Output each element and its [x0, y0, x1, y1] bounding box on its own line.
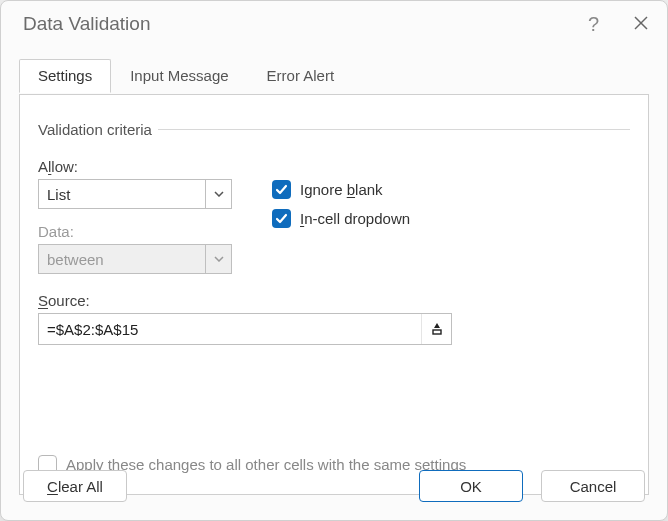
tab-settings-label: Settings — [38, 67, 92, 84]
in-cell-dropdown-checkbox[interactable]: In-cell dropdown — [272, 209, 410, 228]
dialog-title: Data Validation — [23, 13, 150, 35]
cancel-button[interactable]: Cancel — [541, 470, 645, 502]
validation-criteria-label: Validation criteria — [32, 121, 158, 138]
ignore-blank-checkbox[interactable]: Ignore blank — [272, 180, 410, 199]
allow-label: Allow: — [38, 158, 248, 175]
collapse-dialog-button[interactable] — [421, 314, 451, 344]
in-cell-dropdown-label: In-cell dropdown — [300, 210, 410, 227]
svg-marker-3 — [434, 323, 440, 328]
tab-settings[interactable]: Settings — [19, 59, 111, 93]
allow-dropdown-button[interactable] — [205, 180, 231, 208]
ok-button[interactable]: OK — [419, 470, 523, 502]
close-icon[interactable] — [633, 14, 649, 34]
range-select-icon — [430, 322, 444, 336]
chevron-down-icon — [214, 256, 224, 262]
tab-strip: Settings Input Message Error Alert — [19, 59, 649, 95]
tab-input-message-label: Input Message — [130, 67, 228, 84]
data-dropdown-button — [205, 245, 231, 273]
allow-value: List — [39, 180, 205, 208]
settings-panel: Validation criteria Allow: List Data: — [19, 95, 649, 495]
ok-label: OK — [460, 478, 482, 495]
tab-error-alert-label: Error Alert — [267, 67, 335, 84]
validation-criteria-group: Validation criteria Allow: List Data: — [38, 121, 630, 345]
data-dropdown: between — [38, 244, 232, 274]
titlebar: Data Validation ? — [1, 1, 667, 47]
checkbox-checked-icon — [272, 209, 291, 228]
ignore-blank-label: Ignore blank — [300, 181, 383, 198]
svg-rect-2 — [433, 330, 441, 334]
cancel-label: Cancel — [570, 478, 617, 495]
data-label: Data: — [38, 223, 248, 240]
clear-all-button[interactable]: Clear All — [23, 470, 127, 502]
source-label: Source: — [38, 292, 630, 309]
data-value: between — [39, 245, 205, 273]
help-icon[interactable]: ? — [588, 14, 599, 34]
dialog-footer: Clear All OK Cancel — [1, 470, 667, 520]
allow-dropdown[interactable]: List — [38, 179, 232, 209]
chevron-down-icon — [214, 191, 224, 197]
source-input[interactable] — [39, 314, 421, 344]
checkbox-checked-icon — [272, 180, 291, 199]
tab-error-alert[interactable]: Error Alert — [248, 59, 354, 93]
source-input-wrapper — [38, 313, 452, 345]
data-validation-dialog: Data Validation ? Settings Input Message… — [0, 0, 668, 521]
tab-input-message[interactable]: Input Message — [111, 59, 247, 93]
